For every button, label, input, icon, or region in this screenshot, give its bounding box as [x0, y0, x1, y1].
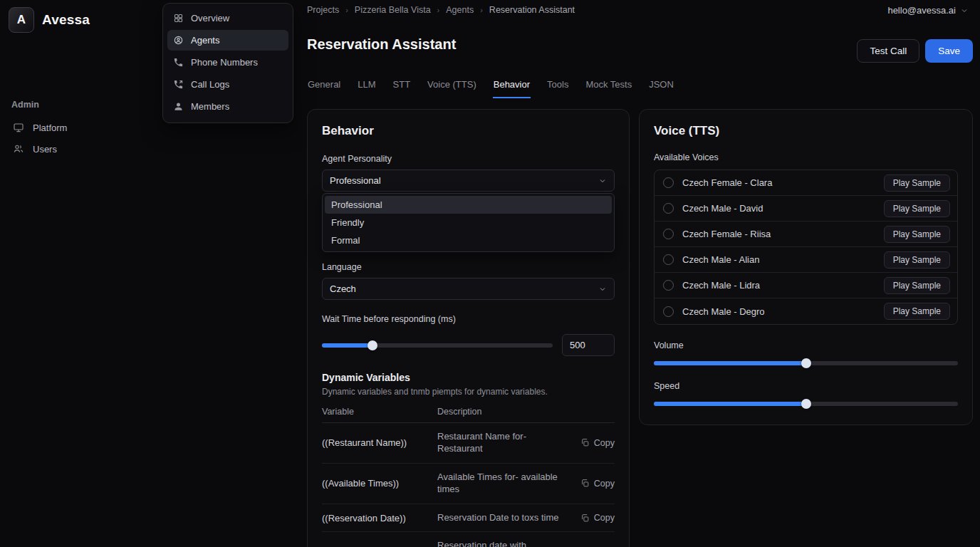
play-sample-button[interactable]: Play Sample — [884, 226, 950, 243]
play-sample-button[interactable]: Play Sample — [884, 174, 950, 192]
variable-description: Available Times for- available times — [437, 472, 572, 496]
behavior-panel: Behavior Agent Personality Professional … — [307, 109, 630, 547]
voice-radio[interactable] — [663, 280, 674, 291]
slider-fill — [654, 361, 806, 365]
nav-item-members[interactable]: Members — [167, 96, 288, 117]
breadcrumb-item-projects[interactable]: Projects — [307, 5, 339, 15]
nav-item-phone-numbers[interactable]: Phone Numbers — [167, 52, 288, 73]
personality-option-professional[interactable]: Professional — [325, 196, 612, 214]
tab-llm[interactable]: LLM — [357, 78, 376, 98]
nav-item-call-logs[interactable]: Call Logs — [167, 74, 288, 95]
copy-icon — [580, 479, 590, 488]
play-sample-button[interactable]: Play Sample — [884, 303, 950, 320]
play-sample-button[interactable]: Play Sample — [884, 251, 950, 269]
nav-item-label: Agents — [191, 35, 219, 46]
voice-option-row: Czech Male - David Play Sample — [655, 196, 957, 222]
copy-label: Copy — [594, 438, 615, 448]
voice-name: Czech Male - Alian — [682, 254, 884, 265]
chevron-down-icon — [598, 285, 607, 293]
voices-list: Czech Female - Clara Play Sample Czech M… — [654, 170, 958, 325]
page-title: Reservation Assistant — [307, 36, 456, 53]
tab-behavior[interactable]: Behavior — [493, 78, 531, 98]
voice-radio[interactable] — [663, 306, 674, 317]
volume-slider[interactable] — [654, 361, 958, 365]
nav-item-label: Phone Numbers — [191, 57, 258, 68]
personality-label: Agent Personality — [322, 154, 615, 164]
chevron-right-icon: › — [437, 6, 440, 14]
chevron-right-icon: › — [345, 6, 348, 14]
chevron-right-icon: › — [480, 6, 483, 14]
language-select[interactable]: Czech — [322, 278, 615, 300]
column-header-variable: Variable — [322, 407, 437, 417]
slider-handle[interactable] — [801, 399, 811, 409]
slider-fill — [654, 402, 806, 406]
sidebar-item-users[interactable]: Users — [7, 138, 142, 160]
copy-label: Copy — [594, 479, 615, 489]
voice-name: Czech Female - Riisa — [682, 229, 884, 239]
account-email: hello@avessa.ai — [887, 5, 956, 16]
voice-radio[interactable] — [663, 177, 674, 188]
slider-handle[interactable] — [368, 340, 377, 350]
dynamic-variables-description: Dynamic variables and tnmb piempts for d… — [322, 387, 615, 397]
save-button[interactable]: Save — [925, 39, 973, 63]
personality-option-friendly[interactable]: Friendly — [325, 214, 612, 231]
agent-tabs: General LLM STT Voice (TTS) Behavior Too… — [307, 78, 674, 98]
personality-option-formal[interactable]: Formal — [325, 231, 612, 249]
voice-option-row: Czech Male - Lidra Play Sample — [655, 273, 957, 298]
wait-time-slider[interactable] — [322, 343, 553, 348]
nav-item-overview[interactable]: Overview — [167, 8, 288, 28]
voice-radio[interactable] — [663, 254, 674, 265]
personality-select-value: Professional — [330, 175, 381, 186]
copy-button[interactable]: Copy — [580, 479, 615, 489]
slider-fill — [322, 343, 372, 348]
account-menu[interactable]: hello@avessa.ai — [887, 5, 969, 16]
language-select-value: Czech — [330, 283, 356, 294]
dynamic-variables-title: Dynamic Variables — [322, 372, 615, 383]
grid-icon — [173, 13, 184, 24]
speed-slider[interactable] — [654, 402, 958, 406]
play-sample-button[interactable]: Play Sample — [884, 277, 950, 294]
language-label: Language — [322, 262, 615, 272]
tab-json[interactable]: JSON — [648, 78, 674, 98]
table-row: ((Reservation Date)) Reservation Date to… — [322, 504, 615, 533]
tab-stt[interactable]: STT — [392, 78, 412, 98]
copy-button[interactable]: Copy — [580, 438, 615, 448]
nav-item-agents[interactable]: Agents — [167, 30, 288, 51]
variable-name: ((Restaurant Name)) — [322, 437, 437, 448]
chevron-down-icon — [960, 6, 969, 15]
test-call-button[interactable]: Test Call — [857, 39, 919, 63]
nav-item-label: Members — [191, 101, 229, 112]
column-header-description: Description — [437, 407, 572, 417]
table-row: ((Restaurant Name)) Restaurant Name for-… — [322, 423, 615, 464]
voice-radio[interactable] — [663, 229, 674, 239]
monitor-icon — [13, 122, 24, 133]
copy-icon — [580, 514, 590, 523]
admin-section-label: Admin — [7, 97, 142, 117]
play-sample-button[interactable]: Play Sample — [884, 200, 950, 217]
tab-tools[interactable]: Tools — [546, 78, 569, 98]
voice-name: Czech Male - Lidra — [682, 280, 884, 291]
tab-general[interactable]: General — [307, 78, 341, 98]
breadcrumb-item-agents[interactable]: Agents — [446, 5, 474, 15]
brand: A Avessa — [7, 6, 142, 34]
personality-select[interactable]: Professional — [322, 170, 615, 192]
breadcrumb-item-project[interactable]: Pizzeria Bella Vista — [355, 5, 431, 15]
speed-label: Speed — [654, 381, 958, 391]
sidebar-item-label: Users — [33, 144, 57, 155]
variable-name: ((Available Times)) — [322, 478, 437, 489]
copy-label: Copy — [594, 513, 615, 523]
sidebar-item-platform[interactable]: Platform — [7, 117, 142, 138]
copy-button[interactable]: Copy — [580, 513, 615, 523]
voice-option-row: Czech Female - Riisa Play Sample — [655, 222, 957, 247]
voice-name: Czech Male - Degro — [682, 306, 884, 317]
voice-panel-title: Voice (TTS) — [654, 124, 958, 138]
wait-time-input[interactable]: 500 — [562, 334, 615, 356]
variable-name: ((Reservation Date)) — [322, 513, 437, 523]
voice-radio[interactable] — [663, 203, 674, 214]
personality-dropdown: Professional Friendly Formal — [322, 193, 615, 252]
voice-name: Czech Male - David — [682, 203, 884, 214]
tab-voice-tts[interactable]: Voice (TTS) — [427, 78, 477, 98]
slider-handle[interactable] — [801, 358, 811, 368]
tab-mock-tests[interactable]: Mock Tests — [585, 78, 632, 98]
table-row: ((Reservation Events)) Reservation date … — [322, 532, 615, 547]
